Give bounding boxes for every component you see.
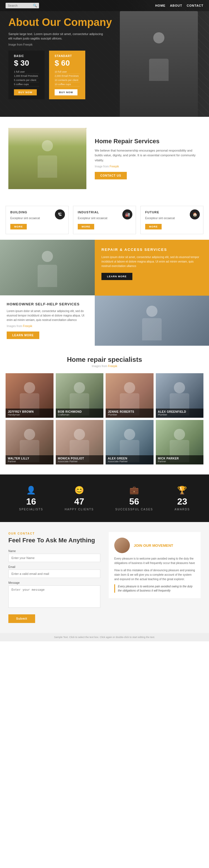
repair-access-image xyxy=(95,296,209,346)
future-icon: 🏠 xyxy=(190,210,200,219)
search-input[interactable] xyxy=(8,4,33,7)
repair-image-note: Image from Freepik xyxy=(95,165,201,168)
specialist-jeffrey[interactable]: JEFFREY BROWN Handyman xyxy=(6,373,53,418)
hero-title: About Our Company xyxy=(8,17,125,28)
search-bar[interactable]: 🔍 xyxy=(6,3,39,8)
repair-access-content: REPAIR & ACCESS SERVICES Lorem ipsum dol… xyxy=(95,240,209,296)
contact-us-button[interactable]: CONTACT US xyxy=(95,172,127,179)
contact-section: OUR CONTACT Feel Free To Ask Me Anything… xyxy=(0,522,209,633)
services-grid: 🏗 BUILDING Excepteur sint occaecat MORE … xyxy=(6,206,203,234)
specialist-alex-g[interactable]: ALEX GREENFIELD Plumber xyxy=(156,373,204,418)
email-label: Email xyxy=(8,565,100,568)
homeowner-image xyxy=(0,240,95,296)
jeffrey-name: JEFFREY BROWN xyxy=(8,410,51,413)
movement-avatar xyxy=(114,537,130,553)
form-email-group: Email xyxy=(8,565,100,578)
cases-number: 56 xyxy=(115,496,153,507)
building-more-button[interactable]: MORE xyxy=(10,224,27,229)
specialists-grid: JEFFREY BROWN Handyman BOB RICHMOND Craf… xyxy=(6,373,203,464)
pricing-cards: BASIC $ 30 1 full user 1,000 Email Previ… xyxy=(8,51,125,99)
nav-home[interactable]: HOME xyxy=(155,4,165,7)
standard-feature-3: 10 contacts per client xyxy=(55,78,80,82)
awards-icon: 🏆 xyxy=(175,486,190,495)
standard-features: 10 full user 2,000 Email Previews 10 con… xyxy=(55,70,80,87)
basic-feature-2: 1,000 Email Previews xyxy=(14,74,39,78)
contact-title: Feel Free To Ask Me Anything xyxy=(8,537,100,544)
basic-features: 1 full user 1,000 Email Previews 5 conta… xyxy=(14,70,39,87)
alex-green-name: ALEX GREEN xyxy=(108,457,151,460)
specialist-walter[interactable]: WALTER LILLY Partner xyxy=(6,420,53,464)
bob-role: Craftsman xyxy=(58,413,101,416)
stat-awards: 🏆 23 AWARDS xyxy=(175,486,190,511)
freepik-link-3[interactable]: Freepik xyxy=(108,365,117,368)
service-card-future: 🏠 FUTURE Excepteur sint occaecat MORE xyxy=(140,206,203,234)
industrial-more-button[interactable]: MORE xyxy=(78,224,94,229)
specialist-mick[interactable]: MICK PARKER Partner xyxy=(156,420,204,464)
standard-label: STANDART xyxy=(55,55,80,58)
repair-access-title: REPAIR & ACCESS SERVICES xyxy=(101,248,202,252)
repair-description: We believe that homeownership encourages… xyxy=(95,148,201,163)
movement-quote: Every pleasure is to welcome pain avoide… xyxy=(114,584,195,593)
freepik-link-2[interactable]: Freepik xyxy=(23,324,32,328)
specialist-alex-green[interactable]: ALEX GREEN Associate Partner xyxy=(106,420,154,464)
freepik-link[interactable]: Freepik xyxy=(109,165,119,168)
walter-name: WALTER LILLY xyxy=(8,457,51,460)
movement-header: JOIN OUR MOVEMENT xyxy=(114,537,195,553)
specialists-title: Home repair specialists xyxy=(6,356,203,364)
awards-number: 23 xyxy=(175,496,190,507)
homeowner-content: HOMEOWNER SELF-HELP SERVICES Lorem ipsum… xyxy=(0,296,95,346)
basic-feature-1: 1 full user xyxy=(14,70,39,74)
homeowner-title: HOMEOWNER SELF-HELP SERVICES xyxy=(7,302,88,306)
cases-label: SUCCESSFUL CASES xyxy=(115,508,153,511)
name-input[interactable] xyxy=(8,554,100,562)
contact-form: Name Email Message Submit xyxy=(8,550,100,623)
homeowner-learn-more-button[interactable]: LEARN MORE xyxy=(7,332,39,339)
homeowner-image-note: Images from Freepik xyxy=(7,324,88,328)
jeffrey-role: Handyman xyxy=(8,413,51,416)
basic-price: $ 30 xyxy=(14,59,39,68)
alex-green-overlay: ALEX GREEN Associate Partner xyxy=(106,455,154,464)
mick-role: Partner xyxy=(158,460,202,463)
walter-role: Partner xyxy=(8,460,51,463)
alex-g-name: ALEX GREENFIELD xyxy=(158,410,202,413)
form-name-group: Name xyxy=(8,550,100,562)
clients-label: HAPPY CLIENTS xyxy=(64,508,94,511)
repair-title: Home Repair Services xyxy=(95,138,201,145)
clients-number: 47 xyxy=(64,496,94,507)
search-icon[interactable]: 🔍 xyxy=(33,4,37,7)
standard-buy-button[interactable]: BUY NOW xyxy=(55,89,77,95)
specialist-bob[interactable]: BOB RICHMOND Craftsman xyxy=(56,373,104,418)
contact-tag: OUR CONTACT xyxy=(8,532,100,535)
standard-feature-1: 10 full user xyxy=(55,70,80,74)
submit-button[interactable]: Submit xyxy=(8,614,35,623)
message-label: Message xyxy=(8,581,100,584)
contact-form-area: OUR CONTACT Feel Free To Ask Me Anything… xyxy=(8,532,100,623)
alex-g-role: Plumber xyxy=(158,413,202,416)
movement-title: JOIN OUR MOVEMENT xyxy=(134,544,173,548)
stats-section: 👤 16 SPECIALISTS 😊 47 HAPPY CLIENTS 💼 56… xyxy=(0,474,209,522)
specialist-jennie[interactable]: JENNIE ROBERTS Plumber xyxy=(106,373,154,418)
building-icon: 🏗 xyxy=(55,210,65,219)
hero-content: About Our Company Sample large text. Lor… xyxy=(8,17,125,99)
movement-box: JOIN OUR MOVEMENT Every pleasure is to w… xyxy=(109,532,201,598)
specialists-note: Images from Freepik xyxy=(6,365,203,368)
email-input[interactable] xyxy=(8,569,100,578)
nav-about[interactable]: ABOUT xyxy=(170,4,182,7)
stat-clients: 😊 47 HAPPY CLIENTS xyxy=(64,486,94,511)
message-textarea[interactable] xyxy=(8,585,100,608)
split-section: HOMEOWNER SELF-HELP SERVICES Lorem ipsum… xyxy=(0,240,209,346)
nav-contact[interactable]: CONTACT xyxy=(187,4,203,7)
standard-feature-2: 2,000 Email Previews xyxy=(55,74,80,78)
future-more-button[interactable]: MORE xyxy=(145,224,162,229)
basic-feature-4: 5 coffee cups xyxy=(14,82,39,87)
basic-buy-button[interactable]: BUY NOW xyxy=(14,89,37,95)
walter-overlay: WALTER LILLY Partner xyxy=(6,455,53,464)
pricing-basic: BASIC $ 30 1 full user 1,000 Email Previ… xyxy=(8,51,45,99)
repair-content: Home Repair Services We believe that hom… xyxy=(95,138,201,180)
standard-feature-4: 10 coffee cups xyxy=(55,82,80,87)
repair-access-learn-more-button[interactable]: LEARN MORE xyxy=(101,273,132,280)
repair-access-desc: Lorem ipsum dolor sit amet, consectetur … xyxy=(101,255,202,268)
specialist-monica[interactable]: MONICA POULIOT Associate Partner xyxy=(56,420,104,464)
hero-section: 🔍 HOME ABOUT CONTACT About Our Company S… xyxy=(0,0,209,117)
mick-name: MICK PARKER xyxy=(158,457,202,460)
